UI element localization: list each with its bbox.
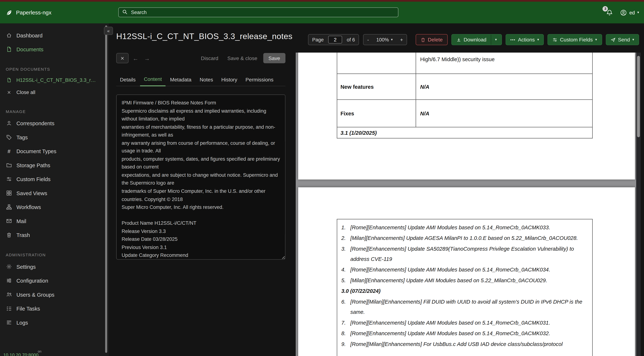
sidebar-item-correspondents[interactable]: Correspondents: [0, 116, 104, 130]
sidebar-item-tags[interactable]: Tags: [0, 130, 104, 144]
sidebar-close-all[interactable]: Close all: [0, 86, 104, 99]
table-row: 3.1 (1/20/2025): [337, 128, 592, 138]
list-text: [Rome][Milan][Enhancements] For UsbBus.c…: [350, 339, 589, 350]
list-number: 5.: [341, 275, 350, 286]
sidebar-item-label: Configuration: [16, 278, 48, 284]
discard-button[interactable]: Discard: [198, 53, 222, 63]
ellipsis-icon: •••: [510, 38, 516, 42]
zoom-controls: - 100% ▾ +: [363, 34, 407, 45]
sidebar-item-logs[interactable]: Logs: [0, 316, 104, 330]
list-text: [Rome][Enhancements] Update AMI Modules …: [350, 264, 589, 275]
documents-icon: [6, 46, 12, 52]
zoom-out-button[interactable]: -: [364, 34, 373, 45]
paperless-app: Paperless-ngx 3 ed ▾: [0, 0, 644, 356]
page-label: Page: [308, 34, 328, 45]
table-row: Fixes N/A: [337, 100, 592, 128]
tab-content[interactable]: Content: [140, 74, 166, 86]
sidebar: Dashboard Documents Open documents H12SS…: [0, 23, 104, 356]
close-document-button[interactable]: [116, 53, 129, 63]
send-icon: [610, 37, 616, 42]
tab-metadata[interactable]: Metadata: [166, 74, 195, 86]
sidebar-open-document[interactable]: H12SSL-i_C_CT_NT_BIOS_3.3_rel...: [0, 74, 104, 86]
chevron-down-icon: ▾: [637, 11, 639, 14]
editor-controls: ← → Discard Save & close Save: [116, 53, 286, 63]
list-item: 8.[Rome][Enhancements] Update AMI Module…: [341, 328, 589, 339]
tab-permissions[interactable]: Permissions: [242, 74, 277, 86]
pdf-preview[interactable]: High/6.7 Middle)) security issue New fea…: [296, 52, 641, 356]
sidebar-section-open-documents: Open documents: [6, 67, 98, 72]
sidebar-item-storage-paths[interactable]: Storage Paths: [0, 158, 104, 172]
sidebar-item-label: Correspondents: [16, 120, 54, 126]
sidebar-item-mail[interactable]: Mail: [0, 214, 104, 228]
preview-scrollbar[interactable]: [636, 52, 641, 356]
tab-details[interactable]: Details: [116, 74, 139, 86]
chevron-down-icon: ▾: [391, 38, 393, 42]
zoom-in-button[interactable]: +: [396, 34, 407, 45]
sidebar-item-custom-fields[interactable]: Custom Fields: [0, 172, 104, 186]
zoom-level-select[interactable]: 100% ▾: [372, 34, 396, 45]
send-button[interactable]: Send ▾: [606, 34, 639, 45]
list-number: 3.: [341, 243, 350, 264]
sidebar-item-document-types[interactable]: # Document Types: [0, 144, 104, 158]
download-icon: [456, 37, 461, 42]
sidebar-item-file-tasks[interactable]: File Tasks: [0, 302, 104, 316]
user-menu[interactable]: ed ▾: [620, 9, 639, 16]
user-avatar-icon: [620, 9, 627, 16]
collapse-sidebar-button[interactable]: «: [104, 27, 113, 35]
actions-button[interactable]: ••• Actions ▾: [506, 34, 544, 45]
tab-history[interactable]: History: [218, 74, 241, 86]
page-total: of 6: [343, 34, 359, 45]
pdf-page-2: 1.[Rome][Enhancements] Update AMI Module…: [298, 187, 635, 356]
previous-document-button[interactable]: ←: [131, 53, 140, 63]
sidebar-item-dashboard[interactable]: Dashboard: [0, 28, 104, 42]
brand-home-link[interactable]: Paperless-ngx: [6, 2, 52, 23]
table-cell: Fixes: [337, 100, 416, 127]
document-content-textarea[interactable]: IPMI Firmware / BIOS Release Notes Form …: [116, 94, 286, 260]
sidebar-item-documents[interactable]: Documents: [0, 42, 104, 56]
button-divider: [491, 34, 491, 45]
list-lines-icon: [6, 320, 12, 326]
status-url[interactable]: 10.10.20.70:8000: [3, 352, 38, 356]
sidebar-item-label: Workflows: [16, 204, 41, 210]
page-number-input[interactable]: [328, 36, 342, 44]
sidebar-item-saved-views[interactable]: Saved Views: [0, 186, 104, 200]
table-row: High/6.7 Middle)) security issue: [337, 52, 592, 74]
save-button[interactable]: Save: [263, 53, 286, 63]
table-row: New features N/A: [337, 74, 592, 100]
custom-fields-button[interactable]: Custom Fields ▾: [548, 34, 602, 45]
save-close-button[interactable]: Save & close: [224, 53, 260, 63]
close-icon: [6, 90, 12, 95]
grid-icon: [6, 190, 12, 196]
sidebar-item-users-groups[interactable]: Users & Groups: [0, 288, 104, 302]
table-cell: [337, 52, 416, 74]
sidebar-item-settings[interactable]: Settings: [0, 260, 104, 274]
main-content: « H12SSL-i_C_CT_NT_BIOS_3.3_release_note…: [109, 23, 644, 356]
list-number: 9.: [341, 339, 350, 350]
navbar-right-controls: 3 ed ▾: [606, 2, 639, 23]
delete-button[interactable]: Delete: [416, 34, 448, 45]
list-number: 7.: [341, 318, 350, 328]
next-document-button[interactable]: →: [142, 53, 152, 63]
sidebar-scrollbar[interactable]: [104, 23, 109, 356]
document-toolbar: H12SSL-i_C_CT_NT_BIOS_3.3_release_notes …: [109, 23, 644, 45]
notifications-button[interactable]: 3: [606, 9, 613, 16]
sidebar-item-configuration[interactable]: Configuration: [0, 274, 104, 288]
list-item: 3.[Rome][Enhancements] Update SA50289(Ti…: [341, 243, 589, 264]
list-item: 1.[Rome][Enhancements] Update AMI Module…: [341, 222, 589, 233]
tag-icon: [6, 134, 12, 140]
tab-notes[interactable]: Notes: [196, 74, 217, 86]
sidebar-item-workflows[interactable]: Workflows: [0, 200, 104, 214]
list-number: 4.: [341, 264, 350, 275]
table-cell: New features: [337, 74, 416, 100]
version-cell: 3.1 (1/20/2025): [337, 130, 380, 136]
delete-label: Delete: [428, 37, 443, 42]
download-button[interactable]: Download ▾: [451, 34, 502, 45]
sidebar-item-label: Saved Views: [16, 190, 47, 196]
zoom-level-value: 100%: [376, 37, 389, 42]
sidebar-item-trash[interactable]: Trash: [0, 228, 104, 242]
search-input[interactable]: [118, 8, 398, 17]
preview-scrollbar-thumb[interactable]: [637, 56, 640, 137]
sidebar-scrollbar-thumb[interactable]: [105, 26, 107, 353]
sidebar-item-label: Dashboard: [16, 32, 42, 38]
list-text: [Rome][Enhancements] Update AMI Modules …: [350, 222, 589, 233]
